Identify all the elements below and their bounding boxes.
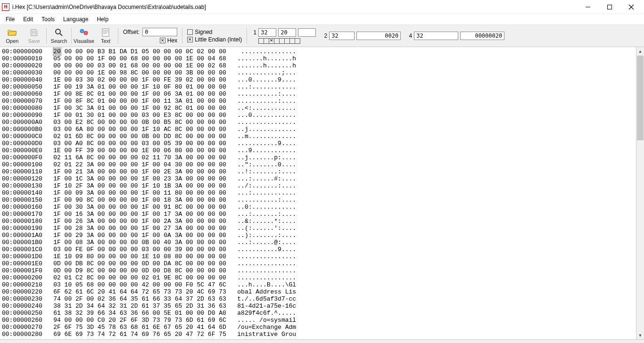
menu-edit[interactable]: Edit xyxy=(19,15,37,24)
menu-file[interactable]: File xyxy=(2,15,18,24)
hex-row[interactable]: 00:00000180 1F 00 26 3A 00 00 00 00 1F 0… xyxy=(2,218,634,225)
byte-size-label: 1 xyxy=(252,29,256,36)
hex-row[interactable]: 00:00000100 02 01 22 3A 00 00 00 00 1F 0… xyxy=(2,161,634,168)
word-dec-input[interactable] xyxy=(329,32,355,40)
dword-size-label: 4 xyxy=(407,33,412,39)
hex-row[interactable]: 00:00000090 1F 00 01 30 01 00 00 00 03 0… xyxy=(2,112,634,119)
hex-row[interactable]: 00:000000F0 02 11 6A 8C 00 00 00 00 02 1… xyxy=(2,154,634,161)
hex-row[interactable]: 00:00000020 00 00 00 00 03 00 01 68 00 0… xyxy=(2,62,634,69)
minimize-button[interactable] xyxy=(577,0,599,14)
text-label: Text xyxy=(101,38,110,44)
hex-row[interactable]: 00:00000000 20 00 00 00 B3 B1 DA D1 05 0… xyxy=(2,48,634,55)
endian-label: Little Endian (Intel) xyxy=(195,36,242,43)
dword-hex-input[interactable] xyxy=(460,32,504,40)
hex-row[interactable]: 00:000001D0 1E 10 09 80 00 00 00 00 1E 1… xyxy=(2,253,634,260)
hex-row[interactable]: 00:000000A0 03 00 E2 8C 00 00 00 00 0B 0… xyxy=(2,119,634,126)
signed-checkbox[interactable]: Signed xyxy=(187,29,242,35)
save-button[interactable]: Save xyxy=(24,26,44,46)
menu-tools[interactable]: Tools xyxy=(38,15,58,24)
hex-row[interactable]: 00:00000270 2F 6F 75 3D 45 78 63 68 61 6… xyxy=(2,324,634,331)
hex-row[interactable]: 00:00000110 1F 00 21 3A 00 00 00 00 1F 0… xyxy=(2,168,634,175)
svg-rect-1 xyxy=(608,5,612,9)
hex-row[interactable]: 00:00000060 1F 00 8E 8C 01 00 00 00 1F 0… xyxy=(2,90,634,98)
hex-row[interactable]: 00:000000D0 03 00 A0 8C 00 00 00 00 03 0… xyxy=(2,140,634,147)
hex-row[interactable]: 00:00000200 02 01 C2 8C 00 00 00 00 02 0… xyxy=(2,274,634,281)
menubar: File Edit Tools Language Help xyxy=(0,14,644,24)
offset-label: Offset: xyxy=(123,29,140,35)
offset-hex-label: Hex xyxy=(167,37,177,44)
scroll-up-icon[interactable]: ▲ xyxy=(636,47,644,55)
app-icon: H xyxy=(2,3,9,11)
hex-row[interactable]: 00:00000070 1F 00 8F 8C 01 00 00 00 1F 0… xyxy=(2,98,634,105)
dword-group: 4 xyxy=(405,26,507,46)
hex-row[interactable]: 00:000001B0 1F 00 08 3A 00 00 00 00 0B 0… xyxy=(2,239,634,246)
hex-row[interactable]: 00:00000260 94 00 00 00 C0 20 2F 6F 3D 7… xyxy=(2,317,634,324)
hex-row[interactable]: 00:00000240 38 31 2D 34 64 32 31 2D 61 3… xyxy=(2,302,634,310)
hex-row[interactable]: 00:000001C0 03 00 FE 0F 00 00 00 00 03 0… xyxy=(2,246,634,253)
hex-row[interactable]: 00:00000130 1F 10 2F 3A 00 00 00 00 1F 1… xyxy=(2,182,634,189)
hex-row[interactable]: 00:00000080 1F 00 3C 3A 01 00 00 00 1F 0… xyxy=(2,105,634,112)
byte-dec-input[interactable] xyxy=(258,28,276,37)
word-hex-input[interactable] xyxy=(356,32,401,40)
bits-row: ✕ xyxy=(252,38,316,44)
titlebar: H i.Hex [C:\Users\admin\OneDrive\Bhavaya… xyxy=(0,0,644,14)
byte-hex-input[interactable] xyxy=(298,28,316,37)
hex-row[interactable]: 00:00000250 61 38 32 39 66 34 63 36 66 0… xyxy=(2,310,634,317)
open-folder-icon xyxy=(8,28,17,37)
text-button[interactable]: Text xyxy=(95,26,116,46)
hex-row[interactable]: 00:000000B0 03 00 6A 80 00 00 00 00 1F 1… xyxy=(2,126,634,133)
svg-line-7 xyxy=(60,33,62,36)
open-label: Open xyxy=(6,38,19,44)
hex-row[interactable]: 00:00000150 1F 00 90 8C 00 00 00 00 1F 0… xyxy=(2,196,634,204)
hex-row[interactable]: 00:00000010 05 00 00 00 1F 00 00 68 00 0… xyxy=(2,55,634,62)
menu-language[interactable]: Language xyxy=(59,15,92,24)
visualise-button[interactable]: Visualise xyxy=(74,26,94,46)
save-label: Save xyxy=(28,38,40,44)
svg-rect-5 xyxy=(32,33,36,35)
hex-row[interactable]: 00:000000E0 1E 00 FF 39 00 00 00 00 1E 0… xyxy=(2,147,634,154)
hex-row[interactable]: 00:00000030 00 00 00 00 1E 00 98 8C 00 0… xyxy=(2,69,634,76)
search-button[interactable]: Search xyxy=(49,26,69,46)
dword-dec-input[interactable] xyxy=(414,32,458,40)
toolbar: Open Save Search Visualise Text Offset: xyxy=(0,24,644,47)
vertical-scrollbar[interactable]: ▲ ▼ xyxy=(636,47,644,339)
hex-row[interactable]: 00:00000040 1E 00 03 30 02 00 00 00 1F 0… xyxy=(2,76,634,83)
hex-row[interactable]: 00:000000C0 02 01 6D 8C 00 00 00 00 0B 0… xyxy=(2,133,634,140)
window-title: i.Hex [C:\Users\admin\OneDrive\Bhavaya D… xyxy=(12,4,206,10)
signed-label: Signed xyxy=(195,29,212,35)
hex-row[interactable]: 00:00000280 69 6E 69 73 74 72 61 74 69 7… xyxy=(2,331,634,338)
statusbar xyxy=(0,339,644,343)
menu-help[interactable]: Help xyxy=(93,15,112,24)
svg-point-6 xyxy=(56,29,60,34)
hex-row[interactable]: 00:00000120 1F 00 1C 3A 00 00 00 00 1F 0… xyxy=(2,175,634,182)
close-button[interactable] xyxy=(620,0,642,14)
hex-row[interactable]: 00:00000170 1F 00 16 3A 00 00 00 00 1F 0… xyxy=(2,211,634,218)
byte-dec2-input[interactable] xyxy=(278,28,296,37)
flags-group: Signed ✕ Little Endian (Intel) xyxy=(184,26,245,46)
hex-row[interactable]: 00:00000230 74 00 2F 00 02 36 64 35 61 6… xyxy=(2,295,634,302)
open-button[interactable]: Open xyxy=(2,26,23,46)
maximize-button[interactable] xyxy=(599,0,620,14)
floppy-disk-icon xyxy=(30,28,38,37)
hex-row[interactable]: 00:00000220 6F 62 61 6C 20 41 64 64 72 6… xyxy=(2,288,634,295)
bit-7[interactable] xyxy=(295,38,300,44)
word-group: 2 xyxy=(320,26,404,46)
word-size-label: 2 xyxy=(322,33,327,39)
hex-row[interactable]: 00:000001A0 1F 00 29 3A 00 00 00 00 1F 0… xyxy=(2,232,634,239)
hex-row[interactable]: 00:00000050 1F 00 19 3A 01 00 00 00 1F 1… xyxy=(2,83,634,90)
offset-hex-checkbox[interactable]: ✕ Hex xyxy=(160,37,177,44)
svg-point-8 xyxy=(80,29,84,33)
scroll-thumb[interactable] xyxy=(637,56,644,140)
hex-row[interactable]: 00:00000160 1F 00 30 3A 00 00 00 00 1F 0… xyxy=(2,204,634,211)
hex-row[interactable]: 00:000001E0 0D 00 DB 8C 00 00 00 00 0D 0… xyxy=(2,260,634,267)
scroll-down-icon[interactable]: ▼ xyxy=(636,331,644,339)
hex-row[interactable]: 00:00000140 1F 00 09 3A 00 00 00 00 1F 0… xyxy=(2,189,634,196)
hex-row[interactable]: 00:00000190 1F 00 28 3A 00 00 00 00 1F 0… xyxy=(2,225,634,232)
offset-input[interactable] xyxy=(142,28,177,36)
offset-group: Offset: ✕ Hex xyxy=(120,26,180,46)
visualise-icon xyxy=(79,28,89,37)
endian-checkbox[interactable]: ✕ Little Endian (Intel) xyxy=(187,36,242,43)
hex-row[interactable]: 00:000001F0 0D 00 D9 8C 00 00 00 00 0D 0… xyxy=(2,267,634,274)
hex-row[interactable]: 00:00000210 03 10 05 68 00 00 00 00 42 0… xyxy=(2,281,634,288)
hex-view[interactable]: 00:00000000 20 00 00 00 B3 B1 DA D1 05 0… xyxy=(0,47,644,339)
